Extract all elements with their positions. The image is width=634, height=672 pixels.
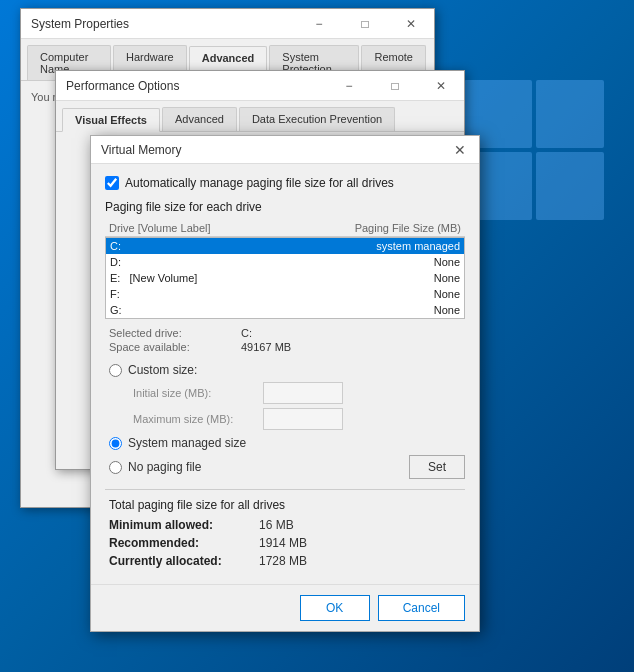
system-props-title: System Properties: [31, 17, 129, 31]
minimum-label: Minimum allowed:: [109, 518, 259, 532]
drive-d-size: None: [340, 256, 460, 268]
perf-opts-tabs: Visual Effects Advanced Data Execution P…: [56, 101, 464, 132]
windows-logo-decoration: [464, 80, 604, 220]
currently-allocated-row: Currently allocated: 1728 MB: [109, 554, 465, 568]
drive-row-e[interactable]: E: [New Volume] None: [106, 270, 464, 286]
drive-row-c[interactable]: C: system managed: [106, 238, 464, 254]
titlebar-controls: − □ ✕: [296, 9, 434, 39]
system-props-titlebar: System Properties − □ ✕: [21, 9, 434, 39]
desktop: System Properties − □ ✕ Computer Name Ha…: [0, 0, 634, 672]
custom-size-row: Custom size:: [109, 363, 465, 377]
minimize-button[interactable]: −: [296, 9, 342, 39]
drive-g-size: None: [340, 304, 460, 316]
tab-advanced-perf[interactable]: Advanced: [162, 107, 237, 131]
virtual-mem-body: Automatically manage paging file size fo…: [91, 164, 479, 584]
divider: [105, 489, 465, 490]
perf-opts-controls: − □ ✕: [326, 71, 464, 101]
no-paging-label: No paging file: [128, 460, 201, 474]
auto-manage-checkbox[interactable]: [105, 176, 119, 190]
perf-maximize-button[interactable]: □: [372, 71, 418, 101]
custom-size-radio[interactable]: [109, 364, 122, 377]
tab-dep[interactable]: Data Execution Prevention: [239, 107, 395, 131]
drive-g-label: G:: [110, 304, 340, 316]
auto-manage-label: Automatically manage paging file size fo…: [125, 176, 394, 190]
drive-d-label: D:: [110, 256, 340, 268]
virtual-mem-close-button[interactable]: ✕: [441, 136, 479, 164]
radio-group: Custom size: Initial size (MB): Maximum …: [105, 363, 465, 479]
ok-button[interactable]: OK: [300, 595, 370, 621]
dialog-footer: OK Cancel: [91, 584, 479, 631]
drive-row-d[interactable]: D: None: [106, 254, 464, 270]
drive-e-label: E: [New Volume]: [110, 272, 340, 284]
drive-table-header: Drive [Volume Label] Paging File Size (M…: [105, 220, 465, 237]
drive-f-size: None: [340, 288, 460, 300]
maximum-size-label: Maximum size (MB):: [133, 413, 263, 425]
selected-drive-label: Selected drive:: [109, 327, 239, 339]
virtual-memory-dialog: Virtual Memory ✕ Automatically manage pa…: [90, 135, 480, 632]
auto-manage-row: Automatically manage paging file size fo…: [105, 176, 465, 190]
perf-close-button[interactable]: ✕: [418, 71, 464, 101]
perf-minimize-button[interactable]: −: [326, 71, 372, 101]
recommended-label: Recommended:: [109, 536, 259, 550]
drive-c-label: C:: [110, 240, 340, 252]
drive-c-size: system managed: [340, 240, 460, 252]
maximize-button[interactable]: □: [342, 9, 388, 39]
minimum-row: Minimum allowed: 16 MB: [109, 518, 465, 532]
tab-visual-effects[interactable]: Visual Effects: [62, 108, 160, 132]
space-available-value: 49167 MB: [241, 341, 465, 353]
drive-f-label: F:: [110, 288, 340, 300]
initial-size-label: Initial size (MB):: [133, 387, 263, 399]
initial-size-input[interactable]: [263, 382, 343, 404]
header-size: Paging File Size (MB): [355, 222, 461, 234]
cancel-button[interactable]: Cancel: [378, 595, 465, 621]
drive-row-f[interactable]: F: None: [106, 286, 464, 302]
recommended-row: Recommended: 1914 MB: [109, 536, 465, 550]
maximum-size-row: Maximum size (MB):: [109, 408, 465, 430]
perf-opts-title: Performance Options: [66, 79, 179, 93]
initial-size-row: Initial size (MB):: [109, 382, 465, 404]
system-managed-row: System managed size: [109, 436, 465, 450]
minimum-value: 16 MB: [259, 518, 465, 532]
total-section-label: Total paging file size for all drives: [109, 498, 465, 512]
perf-opts-titlebar: Performance Options − □ ✕: [56, 71, 464, 101]
maximum-size-input[interactable]: [263, 408, 343, 430]
total-section: Total paging file size for all drives Mi…: [105, 498, 465, 568]
selected-drive-value: C:: [241, 327, 465, 339]
virtual-mem-title: Virtual Memory: [101, 143, 181, 157]
space-available-label: Space available:: [109, 341, 239, 353]
close-button[interactable]: ✕: [388, 9, 434, 39]
paging-section-label: Paging file size for each drive: [105, 200, 465, 214]
virtual-mem-titlebar: Virtual Memory ✕: [91, 136, 479, 164]
drive-row-g[interactable]: G: None: [106, 302, 464, 318]
no-paging-radio[interactable]: [109, 461, 122, 474]
no-paging-row: No paging file Set: [109, 455, 465, 479]
recommended-value: 1914 MB: [259, 536, 465, 550]
currently-allocated-label: Currently allocated:: [109, 554, 259, 568]
custom-size-label: Custom size:: [128, 363, 197, 377]
set-button[interactable]: Set: [409, 455, 465, 479]
drive-e-size: None: [340, 272, 460, 284]
currently-allocated-value: 1728 MB: [259, 554, 465, 568]
system-managed-radio[interactable]: [109, 437, 122, 450]
header-drive: Drive [Volume Label]: [109, 222, 211, 234]
system-managed-label: System managed size: [128, 436, 246, 450]
drive-table[interactable]: C: system managed D: None E: [New Volume…: [105, 237, 465, 319]
drive-info-section: Selected drive: C: Space available: 4916…: [105, 327, 465, 353]
